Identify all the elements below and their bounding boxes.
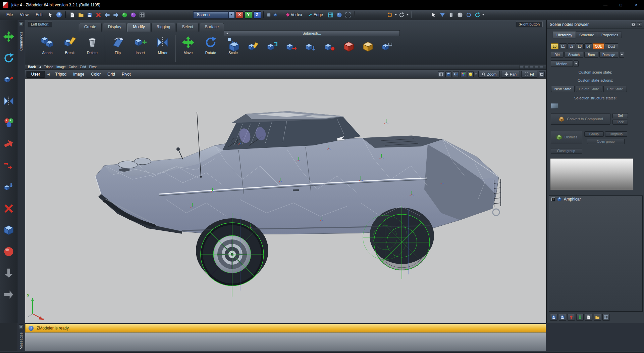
submesh-grid-icon[interactable] — [380, 40, 394, 54]
axis-y-button[interactable]: Y — [245, 11, 252, 18]
scale-command-icon[interactable] — [1, 72, 16, 87]
wireframe-toggle-icon[interactable] — [438, 71, 444, 77]
lod-l1-button[interactable]: L1 — [559, 43, 567, 49]
menu-pivot[interactable]: Pivot — [118, 71, 134, 78]
new-state-button[interactable]: New State — [551, 86, 575, 92]
delete-icon[interactable] — [95, 11, 102, 19]
menu-tripod[interactable]: Tripod — [52, 71, 70, 78]
menu-edit[interactable]: Edit — [33, 11, 46, 18]
pan-button[interactable]: Pan — [501, 71, 520, 78]
commands-panel-label[interactable]: Commands — [19, 28, 23, 54]
uv-mapper-icon[interactable] — [327, 11, 334, 19]
circle-primitive-icon[interactable] — [465, 11, 473, 19]
minimize-button[interactable]: — — [598, 0, 613, 10]
vertex-mode-button[interactable]: Vertex — [284, 11, 305, 18]
delete-button[interactable]: Delete — [82, 34, 102, 62]
paint-tool-icon[interactable] — [430, 11, 438, 19]
edit-state-button[interactable]: Edit State — [603, 86, 627, 92]
submesh-header[interactable]: Submesh... — [224, 30, 400, 36]
material-view-icon[interactable] — [460, 71, 466, 77]
close-button[interactable]: × — [629, 0, 644, 10]
axis-x-button[interactable]: X — [236, 11, 244, 18]
viewport-canvas[interactable]: y x — [25, 79, 546, 323]
move-button[interactable]: Move — [178, 34, 198, 62]
submesh-material-icon[interactable] — [361, 40, 375, 54]
tab-structure[interactable]: Structure — [576, 32, 598, 38]
damage-dropdown-icon[interactable] — [619, 52, 624, 58]
local-axes-icon[interactable] — [266, 12, 272, 18]
delete-state-button[interactable]: Delete State — [576, 86, 602, 92]
tab-display[interactable]: Display — [103, 23, 126, 32]
menu-grid[interactable]: Grid — [104, 71, 118, 78]
nav-back-icon[interactable] — [103, 11, 111, 19]
submesh-brush-icon[interactable] — [246, 40, 260, 54]
viewport-name-button[interactable]: User — [26, 71, 45, 78]
export-node-icon[interactable] — [568, 314, 575, 321]
lod-l4-button[interactable]: L4 — [584, 43, 592, 49]
maximize-viewport-icon[interactable] — [539, 71, 545, 77]
motion-dropdown-icon[interactable] — [574, 60, 579, 67]
layout-window-icon[interactable] — [344, 11, 352, 19]
submesh-uv-icon[interactable] — [265, 40, 279, 54]
close-commands-icon[interactable]: × — [19, 21, 24, 26]
menu-image[interactable]: Image — [70, 71, 88, 78]
normals-command-icon[interactable] — [1, 136, 16, 152]
menu-color[interactable]: Color — [88, 71, 104, 78]
node-grid-icon[interactable] — [602, 314, 610, 321]
mirror-command-icon[interactable] — [1, 93, 16, 109]
expand-icon[interactable]: + — [551, 197, 555, 201]
new-node-icon[interactable] — [585, 314, 592, 321]
maximize-button[interactable]: □ — [613, 0, 629, 10]
lod-l2-button[interactable]: L2 — [568, 43, 575, 49]
group-button[interactable]: Group — [584, 131, 604, 137]
hidden-viewport-bar[interactable]: Back ◀ Tripod Image Color Grid Pivot — [25, 64, 546, 70]
lod-col-button[interactable]: COL — [593, 43, 604, 49]
screen-space-select[interactable]: Screen — [193, 11, 235, 18]
render-globe-icon[interactable] — [121, 11, 128, 19]
save-file-icon[interactable] — [86, 11, 94, 19]
open-file-icon[interactable] — [77, 11, 85, 19]
redo-icon[interactable] — [398, 11, 406, 19]
tab-properties[interactable]: Properties — [598, 32, 622, 38]
dock-panel-icon[interactable] — [631, 22, 636, 27]
material-sphere-icon[interactable] — [129, 11, 137, 19]
menu-file[interactable]: File — [3, 11, 16, 18]
material-command-icon[interactable] — [1, 244, 16, 259]
messages-content[interactable] — [25, 333, 546, 351]
attach-command-icon[interactable] — [1, 222, 16, 238]
swirl-tool-icon[interactable] — [474, 11, 481, 19]
pick-tool-icon[interactable] — [47, 11, 54, 19]
edge-mode-button[interactable]: Edge — [306, 11, 326, 18]
open-node-icon[interactable] — [594, 314, 601, 321]
submesh-paint-icon[interactable] — [323, 40, 337, 54]
extrude-command-icon[interactable] — [1, 158, 16, 173]
texture-toggle-icon[interactable] — [453, 71, 459, 77]
redo-dropdown-icon[interactable] — [407, 14, 409, 15]
tree-row-amphicar[interactable]: + Amphicar — [549, 196, 642, 203]
help-icon[interactable]: ? — [55, 11, 63, 19]
fit-button[interactable]: Fit — [521, 71, 537, 78]
tab-create[interactable]: Create — [79, 23, 102, 32]
nav-forward-icon[interactable] — [112, 11, 120, 19]
lod-dust-button[interactable]: Dust — [605, 43, 618, 49]
submesh-delete-icon[interactable] — [342, 40, 356, 54]
flip-button[interactable]: Flip — [108, 34, 128, 62]
move-down-command-icon[interactable] — [1, 265, 16, 281]
tab-rigging[interactable]: Rigging — [151, 23, 176, 32]
messages-panel-label[interactable]: Messages — [19, 331, 23, 351]
grid-settings-icon[interactable] — [138, 11, 146, 19]
material-editor-icon[interactable] — [335, 11, 343, 19]
close-messages-icon[interactable]: × — [19, 324, 24, 329]
convert-to-compound-button[interactable]: Convert to Compound — [551, 113, 610, 125]
new-file-icon[interactable] — [68, 11, 76, 19]
dirt-button[interactable]: Dirt — [551, 52, 564, 58]
motion-button[interactable]: Motion — [551, 60, 573, 67]
snap-mode-icon[interactable] — [273, 12, 278, 18]
undo-dropdown-icon[interactable] — [395, 14, 397, 15]
close-group-button[interactable]: Close group. — [551, 148, 582, 154]
mirror-button[interactable]: Mirror — [153, 34, 173, 62]
insert-button[interactable]: Insert — [130, 34, 150, 62]
burn-button[interactable]: Burn — [584, 52, 598, 58]
shading-toggle-icon[interactable] — [445, 71, 451, 77]
view-options-dropdown-icon[interactable] — [475, 74, 477, 75]
